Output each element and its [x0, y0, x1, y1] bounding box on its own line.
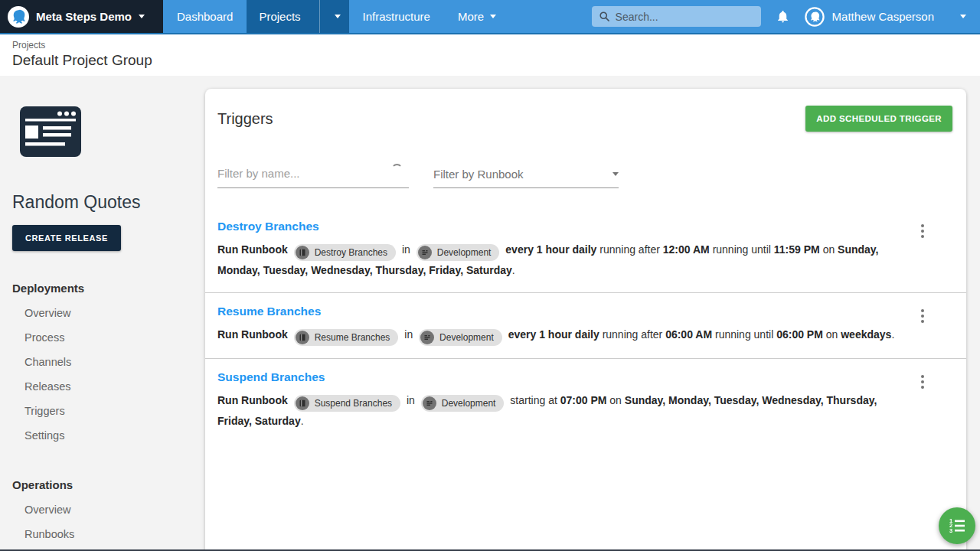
- trigger-description: Run Runbook Suspend Branches in Developm…: [217, 391, 897, 431]
- chip-label: Development: [442, 394, 496, 413]
- description-text: in: [404, 328, 413, 341]
- sidebar-item-operations-overview[interactable]: Overview: [12, 497, 193, 522]
- chip-development[interactable]: Development: [416, 244, 500, 261]
- nav-item-label: Infrastructure: [363, 10, 430, 23]
- runbook-icon: [296, 396, 309, 410]
- page-title: Default Project Group: [12, 52, 980, 69]
- chevron-down-icon: [490, 15, 496, 18]
- trigger-row: Resume BranchesRun Runbook Resume Branch…: [205, 293, 966, 359]
- sidebar-item-deployments-process[interactable]: Process: [12, 325, 193, 350]
- nav-item-label: Dashboard: [177, 10, 233, 23]
- project-name: Random Quotes: [12, 192, 193, 213]
- filter-by-runbook-placeholder: Filter by Runbook: [433, 168, 524, 181]
- sidebar-sections: DeploymentsOverviewProcessChannelsReleas…: [12, 282, 193, 551]
- nav-item-label: More: [458, 10, 484, 23]
- chevron-down-icon: [139, 15, 145, 18]
- description-text: running after: [599, 243, 660, 256]
- nav-item-dashboard[interactable]: Dashboard: [163, 0, 247, 33]
- nav-item-caret-button[interactable]: [326, 0, 349, 33]
- project-sidebar: Random Quotes CREATE RELEASE Deployments…: [0, 76, 205, 551]
- description-text: .: [891, 328, 894, 341]
- description-text: 12:00 AM: [663, 243, 710, 256]
- description-text: in: [402, 243, 410, 256]
- environment-icon: [420, 331, 434, 344]
- sidebar-item-deployments-overview[interactable]: Overview: [12, 301, 193, 325]
- search-input[interactable]: [616, 11, 754, 23]
- filter-by-runbook-select[interactable]: Filter by Runbook: [433, 167, 619, 188]
- chip-development[interactable]: Development: [421, 395, 505, 412]
- overflow-menu-button[interactable]: [919, 222, 926, 240]
- search-icon: [599, 11, 610, 22]
- nav-item-projects[interactable]: Projects: [247, 0, 348, 33]
- trigger-list: Destroy BranchesRun Runbook Destroy Bran…: [205, 208, 966, 443]
- instance-name: Meta Steps Demo: [36, 10, 132, 23]
- description-text: Run Runbook: [217, 328, 288, 341]
- nav-item-more[interactable]: More: [444, 0, 510, 33]
- filter-by-name-field[interactable]: [217, 167, 409, 188]
- chip-destroy-branches[interactable]: Destroy Branches: [294, 244, 396, 261]
- global-search[interactable]: [592, 6, 761, 27]
- trigger-link-suspend-branches[interactable]: Suspend Branches: [217, 370, 325, 384]
- description-text: 06:00 AM: [665, 328, 712, 341]
- add-scheduled-trigger-button[interactable]: ADD SCHEDULED TRIGGER: [805, 106, 952, 132]
- sidebar-item-operations-runbooks[interactable]: Runbooks: [12, 522, 193, 546]
- section-title: Triggers: [217, 110, 273, 128]
- octopus-logo-icon: [8, 6, 29, 28]
- description-text: every 1 hour daily: [508, 328, 599, 341]
- chip-label: Suspend Branches: [315, 394, 392, 413]
- trigger-description: Run Runbook Destroy Branches in Developm…: [217, 240, 897, 280]
- description-text: on: [826, 328, 838, 341]
- sidebar-section-operations: Operations: [12, 478, 193, 491]
- divider: [319, 0, 320, 33]
- description-text: running until: [713, 243, 771, 256]
- description-text: on: [609, 394, 622, 406]
- account-menu[interactable]: Matthew Casperson: [805, 0, 980, 33]
- chevron-down-icon: [612, 172, 619, 176]
- overflow-menu-button[interactable]: [919, 373, 926, 391]
- description-text: on: [823, 243, 835, 256]
- trigger-row: Suspend BranchesRun Runbook Suspend Bran…: [205, 359, 966, 443]
- chevron-down-icon: [335, 15, 341, 18]
- bell-icon: [776, 8, 790, 24]
- breadcrumb: Projects Default Project Group: [0, 34, 980, 76]
- runbook-icon: [296, 246, 309, 259]
- description-text: 11:59 PM: [774, 243, 820, 256]
- description-text: running after: [603, 328, 663, 341]
- sidebar-item-deployments-channels[interactable]: Channels: [12, 350, 193, 374]
- trigger-link-resume-branches[interactable]: Resume Branches: [217, 305, 321, 318]
- chip-label: Resume Branches: [315, 328, 390, 347]
- runbook-icon: [296, 331, 309, 344]
- runbook-runs-fab[interactable]: 1 2 3: [939, 507, 975, 544]
- filter-by-name-input[interactable]: [217, 167, 409, 180]
- sidebar-item-deployments-triggers[interactable]: Triggers: [12, 399, 193, 423]
- nav-item-infrastructure[interactable]: Infrastructure: [349, 0, 444, 33]
- chip-development[interactable]: Development: [419, 329, 502, 346]
- description-text: Run Runbook: [217, 394, 288, 406]
- numbered-list-icon: 1 2 3: [948, 517, 966, 535]
- chip-label: Development: [437, 243, 492, 262]
- instance-menu[interactable]: Meta Steps Demo: [0, 0, 163, 33]
- overflow-menu-button[interactable]: [919, 307, 926, 325]
- breadcrumb-parent-link[interactable]: Projects: [12, 40, 980, 51]
- create-release-button[interactable]: CREATE RELEASE: [12, 225, 121, 251]
- avatar: [805, 7, 825, 27]
- project-logo-icon: [20, 106, 193, 160]
- environment-icon: [423, 396, 436, 410]
- svg-text:3: 3: [949, 527, 952, 534]
- description-text: .: [301, 415, 304, 427]
- chip-resume-branches[interactable]: Resume Branches: [294, 329, 399, 346]
- description-text: 07:00 PM: [560, 394, 607, 406]
- trigger-link-destroy-branches[interactable]: Destroy Branches: [217, 220, 319, 233]
- loading-spinner: [391, 164, 403, 175]
- sidebar-item-deployments-settings[interactable]: Settings: [12, 423, 193, 448]
- sidebar-item-deployments-releases[interactable]: Releases: [12, 374, 193, 399]
- description-text: in: [407, 394, 415, 406]
- notifications-button[interactable]: [776, 8, 790, 24]
- chip-suspend-branches[interactable]: Suspend Branches: [294, 395, 400, 412]
- sidebar-section-deployments: Deployments: [12, 282, 193, 295]
- user-name: Matthew Casperson: [832, 10, 934, 23]
- nav-item-label: Projects: [247, 0, 312, 33]
- top-navbar: Meta Steps Demo DashboardProjectsInfrast…: [0, 0, 980, 34]
- description-text: Run Runbook: [217, 243, 288, 256]
- chevron-down-icon: [960, 15, 966, 18]
